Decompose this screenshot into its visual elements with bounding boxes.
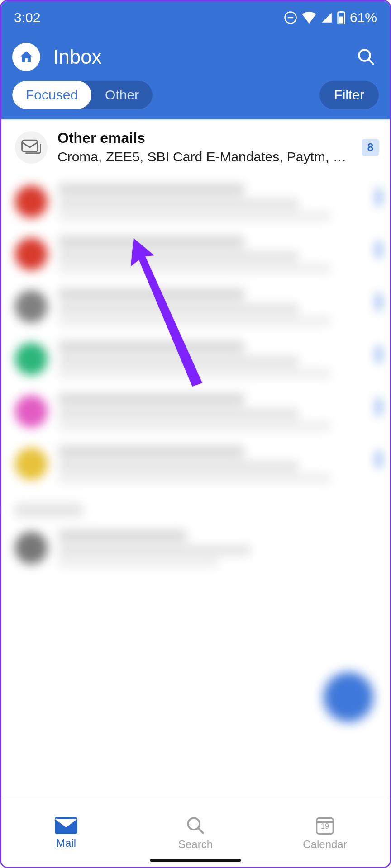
svg-rect-7 (22, 140, 38, 151)
svg-rect-3 (340, 11, 342, 13)
signal-icon (321, 12, 333, 24)
home-button[interactable] (12, 43, 40, 71)
nav-mail-label: Mail (56, 837, 76, 849)
mail-avatar (15, 185, 48, 218)
battery-icon (337, 11, 345, 24)
focused-other-toggle: Focused Other (12, 81, 153, 109)
mail-content: Other emails Croma, ZEE5, SBI Card E-Man… (1, 121, 390, 799)
do-not-disturb-icon (284, 11, 297, 24)
search-icon (357, 47, 376, 66)
status-time: 3:02 (14, 10, 40, 25)
unread-indicator (377, 241, 381, 258)
home-indicator (150, 859, 241, 862)
status-bar: 3:02 61% (1, 1, 390, 34)
svg-line-9 (198, 828, 203, 833)
filter-button[interactable]: Filter (319, 81, 379, 109)
home-icon (19, 49, 34, 65)
mail-avatar (15, 532, 48, 564)
mail-avatar (15, 343, 48, 375)
inbox-tab-row: Focused Other Filter (1, 75, 390, 119)
page-title: Inbox (53, 46, 353, 68)
other-emails-senders: Croma, ZEE5, SBI Card E-Mandates, Paytm,… (57, 149, 352, 165)
unread-indicator (377, 189, 381, 205)
app-header: Inbox (1, 34, 390, 75)
mail-list[interactable] (1, 175, 390, 575)
tab-other[interactable]: Other (91, 81, 153, 109)
mail-icon (55, 817, 77, 834)
mail-avatar (15, 290, 48, 323)
tab-focused[interactable]: Focused (12, 81, 91, 109)
header-search-button[interactable] (353, 44, 379, 70)
other-emails-avatar (15, 131, 48, 164)
other-emails-count-badge: 8 (362, 139, 379, 156)
mail-avatar (15, 238, 48, 270)
nav-mail[interactable]: Mail (1, 799, 131, 867)
other-emails-title: Other emails (57, 130, 352, 146)
mail-item[interactable] (1, 176, 390, 229)
bottom-nav: Mail Search 19 Calendar (1, 799, 390, 867)
unread-indicator (377, 294, 381, 310)
section-header (15, 504, 83, 517)
status-icons: 61% (284, 10, 377, 25)
mail-item[interactable] (1, 386, 390, 439)
mail-avatar (15, 448, 48, 480)
compose-fab[interactable] (324, 672, 373, 722)
battery-percent: 61% (350, 10, 377, 25)
mail-item[interactable] (1, 523, 390, 575)
svg-line-6 (368, 59, 373, 64)
search-icon (186, 816, 205, 835)
unread-indicator (377, 346, 381, 363)
unread-indicator (377, 399, 381, 415)
nav-search-label: Search (178, 838, 213, 851)
mail-item[interactable] (1, 229, 390, 281)
nav-calendar[interactable]: 19 Calendar (260, 799, 390, 867)
svg-rect-4 (339, 17, 343, 24)
mail-item[interactable] (1, 281, 390, 334)
nav-calendar-label: Calendar (303, 838, 347, 851)
unread-indicator (377, 451, 381, 467)
mail-avatar (15, 395, 48, 428)
calendar-day-number: 19 (321, 822, 329, 830)
other-emails-card[interactable]: Other emails Croma, ZEE5, SBI Card E-Man… (1, 121, 390, 175)
mail-item[interactable] (1, 334, 390, 386)
mail-item[interactable] (1, 439, 390, 491)
wifi-icon (302, 12, 316, 24)
nav-search[interactable]: Search (131, 799, 260, 867)
stacked-mail-icon (21, 138, 41, 156)
